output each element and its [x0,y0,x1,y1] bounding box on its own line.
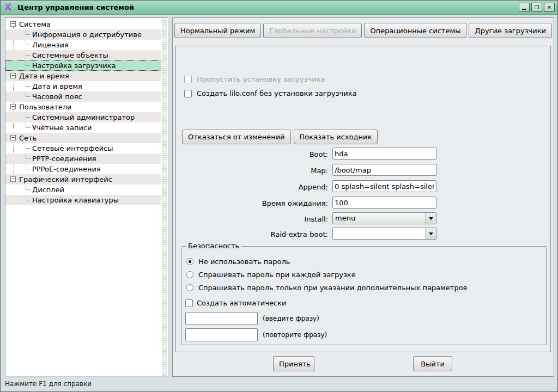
tree-item-date-time-group[interactable]: Дата и время [5,71,161,81]
timeout-label: Время ожидания: [176,199,330,207]
titlebar: X Центр управления системой ❐ ✕ [1,1,557,15]
minimize-button[interactable] [519,3,530,12]
tree-item-pppoe[interactable]: PPPoE-соединения [5,164,161,174]
control-center-window: X Центр управления системой ❐ ✕ Система … [0,0,558,392]
tree-item-gui-group[interactable]: Графический интерфейс [5,174,161,185]
append-label: Append: [176,183,330,191]
create-liloconf-checkbox[interactable] [184,90,192,97]
status-bar: Нажмите F1 для справки [1,377,557,392]
enter-phrase-row: (введите фразу) [185,312,319,325]
repeat-phrase-hint: (повторите фразу) [263,331,327,339]
tree-item-net-interfaces[interactable]: Сетевые интерфейсы [5,143,161,154]
install-field-row: Install: menu [176,212,330,225]
close-icon: ✕ [547,5,551,10]
install-label: Install: [176,215,330,223]
boot-field-row: Boot: [176,148,330,161]
append-input[interactable] [332,180,436,192]
enter-phrase-input[interactable] [185,312,258,325]
raid-extra-boot-field-row: Raid-extra-boot: [176,228,330,241]
tree-item-system-objects[interactable]: Системные объекты [5,50,161,60]
tree-item-timezone[interactable]: Часовой пояс [5,91,161,102]
raid-extra-boot-label: Raid-extra-boot: [176,230,330,238]
tree-item-users-group[interactable]: Пользователи [5,102,161,112]
tree-item-pptp[interactable]: PPTP-соединения [5,154,161,164]
chevron-down-icon [429,232,433,235]
tree-item-accounts[interactable]: Учётные записи [5,122,161,133]
security-group-title: Безопасность [186,242,241,250]
restore-button[interactable]: ❐ [531,3,542,12]
collapse-icon[interactable] [10,73,16,78]
tree-item-distro-info[interactable]: Информация о дистрибутиве [5,29,161,40]
tree-scrollbar[interactable] [162,19,167,376]
raid-extra-boot-combobox-value [333,228,426,239]
exit-button[interactable]: Выйти [413,356,452,371]
tab-operating-systems[interactable]: Операционные системы [364,23,466,38]
collapse-icon[interactable] [10,21,16,27]
x11-logo-icon: X [4,3,11,12]
window-title: Центр управления системой [17,3,134,11]
collapse-icon[interactable] [10,104,16,109]
ask-password-extra-params-radio[interactable] [186,284,193,291]
auto-create-option: Создать автоматически [185,299,286,307]
boot-label: Boot: [176,150,330,158]
ask-password-every-boot-radio[interactable] [186,271,193,278]
skip-bootloader-install-option: Пропустить установку загрузчика [184,75,325,83]
show-source-button[interactable]: Показать исходник [294,130,378,144]
map-input[interactable] [332,164,436,176]
enter-phrase-hint: (введите фразу) [263,315,319,322]
create-liloconf-option: Создать lilo.conf без установки загрузчи… [184,89,357,97]
no-password-radio[interactable] [186,258,193,265]
raid-extra-boot-combobox[interactable] [332,228,436,240]
ask-password-every-boot-option: Спрашивать пароль при каждой загрузке [186,271,356,279]
install-combobox[interactable]: menu [332,212,436,224]
restore-icon: ❐ [535,5,539,10]
discard-changes-button[interactable]: Отказаться от изменений [182,130,291,144]
tab-normal-mode[interactable]: Нормальный режим [174,23,261,38]
skip-bootloader-install-checkbox[interactable] [184,76,192,83]
tree-item-sysadmin[interactable]: Системный администратор [5,112,161,122]
tab-global-settings[interactable]: Глобальные настройки [263,23,362,38]
settings-form-panel: Пропустить установку загрузчика Создать … [175,46,551,352]
timeout-field-row: Время ожидания: [176,197,330,210]
chevron-down-icon [429,217,433,220]
repeat-phrase-input[interactable] [185,328,258,341]
timeout-input[interactable] [332,197,436,209]
boot-input[interactable] [332,148,436,160]
map-label: Map: [176,167,330,175]
no-password-option: Не использовать пароль [186,258,290,266]
window-controls: ❐ ✕ [519,3,555,12]
tree-item-display[interactable]: Дисплей [5,185,161,195]
tree-item-network-group[interactable]: Сеть [5,133,161,143]
append-field-row: Append: [176,180,330,193]
bootloader-settings-panel: Нормальный режим Глобальные настройки Оп… [172,17,554,377]
source-actions: Отказаться от изменений Показать исходни… [182,130,378,144]
tree-item-bootloader-selected[interactable]: Настройка загрузчика [5,60,161,71]
tree-item-keyboard[interactable]: Настройка клавиатуры [5,195,161,205]
accept-button[interactable]: Принять [273,356,314,371]
tree-item-license[interactable]: Лицензия [5,40,161,50]
auto-create-checkbox[interactable] [185,299,193,307]
tree-item-date-time[interactable]: Дата и время [5,81,161,91]
dropdown-button[interactable] [426,213,436,224]
nav-tree-panel: Система Информация о дистрибутиве Лиценз… [5,17,168,377]
mode-tabs: Нормальный режим Глобальные настройки Оп… [173,23,554,38]
tab-other-bootloaders[interactable]: Другие загрузчики [469,23,552,38]
nav-tree: Система Информация о дистрибутиве Лиценз… [5,19,161,205]
close-button[interactable]: ✕ [544,3,555,12]
security-groupbox: Безопасность Не использовать пароль Спра… [181,246,547,345]
collapse-icon[interactable] [10,135,16,140]
collapse-icon[interactable] [10,176,16,182]
ask-password-extra-params-option: Спрашивать пароль только при указании до… [186,284,467,292]
repeat-phrase-row: (повторите фразу) [185,328,327,341]
status-text: Нажмите F1 для справки [5,380,92,388]
install-combobox-value: menu [333,213,426,224]
map-field-row: Map: [176,164,330,177]
minimize-icon [522,9,526,10]
dropdown-button[interactable] [426,228,436,239]
tree-item-sistema[interactable]: Система [5,19,161,29]
